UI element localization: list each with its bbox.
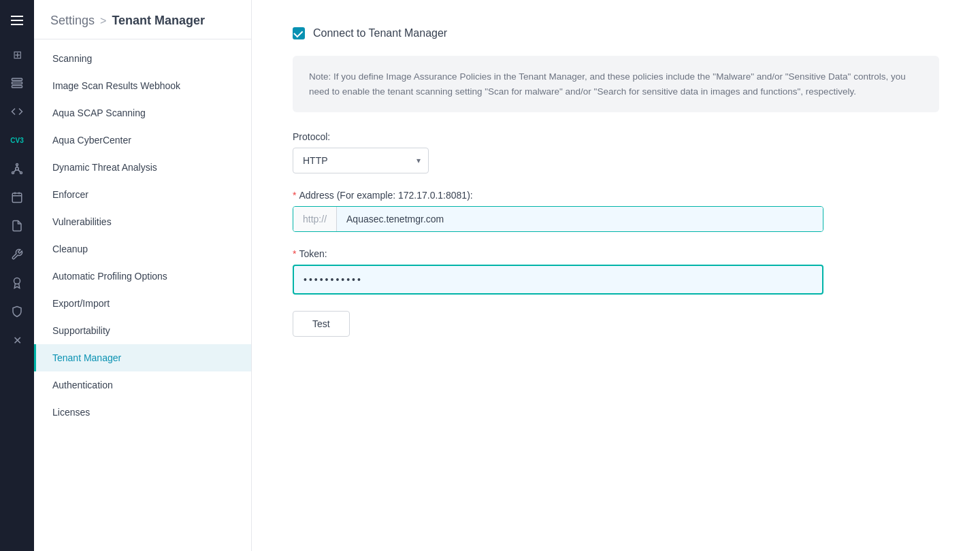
page-header: Settings > Tenant Manager bbox=[34, 0, 251, 39]
nav-items: Scanning Image Scan Results Webhook Aqua… bbox=[34, 39, 251, 431]
nav-item-enforcer[interactable]: Enforcer bbox=[34, 181, 251, 208]
breadcrumb: Settings > Tenant Manager bbox=[50, 14, 235, 28]
svg-point-6 bbox=[20, 172, 22, 174]
close-icon[interactable]: ✕ bbox=[5, 328, 29, 352]
svg-rect-1 bbox=[12, 82, 22, 84]
dashboard-icon[interactable]: ⊞ bbox=[5, 42, 29, 67]
nav-item-supportability[interactable]: Supportability bbox=[34, 317, 251, 344]
nav-item-scap[interactable]: Aqua SCAP Scanning bbox=[34, 99, 251, 127]
shield-icon[interactable] bbox=[5, 299, 29, 324]
nav-item-cybercenter[interactable]: Aqua CyberCenter bbox=[34, 127, 251, 154]
token-group: *Token: bbox=[293, 248, 939, 295]
address-label: *Address (For example: 172.17.0.1:8081): bbox=[293, 190, 939, 201]
connect-checkbox-row: Connect to Tenant Manager bbox=[293, 27, 939, 39]
address-wrapper: http:// bbox=[293, 206, 823, 232]
address-group: *Address (For example: 172.17.0.1:8081):… bbox=[293, 190, 939, 232]
token-label: *Token: bbox=[293, 248, 939, 259]
protocol-select-wrapper: HTTP HTTPS ▾ bbox=[293, 148, 429, 173]
code-icon[interactable] bbox=[5, 99, 29, 124]
token-input[interactable] bbox=[293, 265, 823, 295]
svg-rect-0 bbox=[12, 78, 22, 80]
hamburger-menu[interactable] bbox=[5, 8, 29, 33]
svg-point-4 bbox=[16, 164, 18, 166]
svg-rect-2 bbox=[12, 86, 22, 88]
nodes-icon[interactable] bbox=[5, 156, 29, 181]
nav-item-auto-profiling[interactable]: Automatic Profiling Options bbox=[34, 263, 251, 290]
nav-panel: Settings > Tenant Manager Scanning Image… bbox=[34, 0, 252, 551]
nav-item-dynamic-threat[interactable]: Dynamic Threat Analysis bbox=[34, 154, 251, 181]
cve-icon[interactable]: CV3 bbox=[5, 128, 29, 152]
protocol-group: Protocol: HTTP HTTPS ▾ bbox=[293, 131, 939, 173]
breadcrumb-current: Tenant Manager bbox=[112, 14, 205, 28]
protocol-label: Protocol: bbox=[293, 131, 939, 142]
nav-item-licenses[interactable]: Licenses bbox=[34, 399, 251, 426]
address-input[interactable] bbox=[337, 207, 823, 231]
nav-item-scanning[interactable]: Scanning bbox=[34, 45, 251, 72]
badge-icon[interactable] bbox=[5, 271, 29, 295]
svg-point-5 bbox=[12, 172, 14, 174]
nav-item-vulnerabilities[interactable]: Vulnerabilities bbox=[34, 208, 251, 235]
svg-line-8 bbox=[14, 169, 16, 172]
nav-item-webhook[interactable]: Image Scan Results Webhook bbox=[34, 72, 251, 99]
nav-item-authentication[interactable]: Authentication bbox=[34, 371, 251, 399]
token-required-star: * bbox=[293, 248, 296, 259]
required-star: * bbox=[293, 190, 296, 201]
protocol-select[interactable]: HTTP HTTPS bbox=[293, 148, 429, 173]
svg-rect-10 bbox=[12, 193, 22, 203]
connect-checkbox[interactable] bbox=[293, 27, 305, 39]
nav-item-tenant-manager[interactable]: Tenant Manager bbox=[34, 344, 251, 371]
layers-icon[interactable] bbox=[5, 71, 29, 95]
sidebar: ⊞ CV3 ✕ bbox=[0, 0, 34, 551]
nav-item-export-import[interactable]: Export/Import bbox=[34, 290, 251, 317]
svg-point-14 bbox=[14, 278, 20, 284]
svg-line-9 bbox=[18, 169, 20, 172]
calendar-icon[interactable] bbox=[5, 185, 29, 210]
address-prefix: http:// bbox=[293, 207, 337, 231]
nav-item-cleanup[interactable]: Cleanup bbox=[34, 235, 251, 263]
info-box: Note: If you define Image Assurance Poli… bbox=[293, 56, 939, 112]
test-button[interactable]: Test bbox=[293, 311, 350, 337]
reports-icon[interactable] bbox=[5, 214, 29, 238]
connect-checkbox-label: Connect to Tenant Manager bbox=[313, 27, 447, 39]
breadcrumb-separator: > bbox=[100, 15, 106, 27]
info-text: Note: If you define Image Assurance Poli… bbox=[309, 71, 906, 97]
breadcrumb-parent[interactable]: Settings bbox=[50, 14, 95, 28]
wrench-icon[interactable] bbox=[5, 242, 29, 267]
main-content: Connect to Tenant Manager Note: If you d… bbox=[252, 0, 980, 551]
